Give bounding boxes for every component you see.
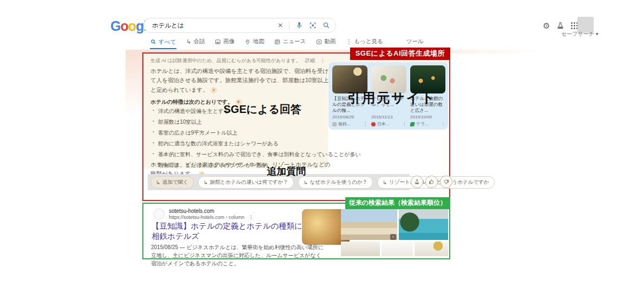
annotation-sge-answer-label: SGEによる回答: [224, 102, 301, 117]
card-source: 日本...: [377, 121, 390, 127]
tab-images[interactable]: 画像: [214, 38, 235, 49]
more-vertical-icon[interactable]: ⋮: [249, 215, 254, 220]
search-input[interactable]: ホテルとは: [152, 22, 278, 30]
image-pack-thumbnail[interactable]: [382, 242, 413, 256]
arrow-icon: ↳: [203, 179, 208, 185]
sge-disclaimer: 生成 AI は試験運用中のため、品質にむらがある可能性があります。詳細⋮: [150, 57, 325, 64]
search-tab-icon: [150, 39, 156, 45]
ask-more-chip[interactable]: ↳ 追加で聞く: [150, 176, 194, 189]
annotation-sge-area-label: SGEによるAI回答生成場所: [350, 48, 450, 60]
card-date: 2015/08/25: [332, 115, 367, 119]
tab-news[interactable]: ニュース: [274, 38, 306, 49]
sge-paragraph-1: ホテルとは、洋式の構造や設備を主とする宿泊施設で、宿泊料を受けて人を宿泊させる施…: [150, 66, 333, 95]
labs-flask-icon[interactable]: [556, 22, 564, 30]
mic-icon[interactable]: [295, 22, 303, 29]
image-pack-thumbnail[interactable]: [399, 209, 448, 240]
arrow-icon: ↳: [156, 179, 160, 185]
details-link[interactable]: 詳細: [305, 58, 315, 63]
card-source: テラ...: [416, 121, 429, 127]
result-url[interactable]: https://sotetsu-hotels.com › column⋮: [169, 215, 254, 220]
more-vertical-icon[interactable]: ⋮: [320, 58, 325, 63]
lens-icon[interactable]: [309, 22, 317, 29]
arrow-icon: ↳: [383, 179, 387, 185]
tab-converse[interactable]: ↳ 会話: [186, 38, 205, 49]
settings-gear-icon[interactable]: ⚙: [543, 22, 550, 30]
card-favicon: [332, 122, 337, 126]
card-source: 相鉄...: [338, 121, 351, 127]
list-item: 基本的に室料、サービス料のみで宿泊でき、食事は別料金となっていることが多い: [153, 151, 361, 158]
search-box[interactable]: ホテルとは ✕: [143, 18, 336, 33]
image-pack-thumbnail[interactable]: [341, 209, 397, 240]
image-pack-thumbnail[interactable]: [341, 242, 380, 256]
annotation-followup-label: 追加質問: [267, 165, 306, 178]
result-favicon: [154, 209, 165, 219]
image-icon: [215, 39, 221, 45]
annotation-serp-label: 従来の検索結果（検索結果順位）: [345, 197, 450, 209]
result-snippet: 2015/08/25 — ビジネスホテルとは、繁華街を始め利便性の高い場所に立地…: [151, 243, 324, 267]
google-serp-page: Google ホテルとは ✕: [0, 0, 644, 281]
more-vertical-icon[interactable]: ⋮: [363, 122, 367, 126]
more-vertical-icon[interactable]: ⋮: [402, 122, 406, 126]
card-favicon: [371, 122, 376, 126]
tab-videos[interactable]: 動画: [316, 38, 336, 49]
card-date: 2015/11/13: [371, 115, 406, 119]
clear-icon[interactable]: ✕: [278, 22, 283, 29]
arrow-icon: ↳: [186, 39, 191, 45]
play-icon: [316, 39, 322, 45]
card-favicon: [410, 122, 415, 126]
annotation-citation-label: 引用元サイト: [347, 89, 436, 106]
more-vertical-icon[interactable]: ⋮: [441, 122, 445, 126]
safesearch-dropdown[interactable]: セーフサーチ ▾: [561, 30, 599, 38]
divider: [289, 21, 290, 30]
labs-feedback-icon[interactable]: [411, 176, 423, 188]
more-vertical-icon: ⋮: [346, 39, 352, 45]
arrow-icon: ↳: [304, 179, 308, 185]
chevron-right-icon[interactable]: ›: [390, 234, 396, 240]
list-item: 客室の広さは9平方メートル以上: [153, 129, 361, 137]
result-site-name[interactable]: sotetsu-hotels.com: [169, 208, 214, 214]
tab-all[interactable]: すべて: [150, 38, 176, 50]
map-pin-icon: [245, 39, 251, 45]
followup-chip[interactable]: ↳ なぜホテルを使うのか？: [298, 176, 373, 189]
image-pack-thumbnail[interactable]: [415, 242, 448, 256]
list-item: 館内に適当な数の洋式浴室またはシャワーがある: [153, 140, 361, 148]
sge-section-gradient-left: [126, 53, 142, 116]
news-icon: [274, 39, 280, 45]
thumbs-up-icon[interactable]: [425, 176, 438, 188]
tab-maps[interactable]: 地図: [244, 38, 265, 49]
card-date: 2019/10/09: [410, 115, 445, 119]
thumbs-down-icon[interactable]: [440, 176, 452, 188]
serp-annotation-box: 従来の検索結果（検索結果順位） sotetsu-hotels.com https…: [142, 203, 450, 259]
sge-annotation-box: SGEによるAI回答生成場所 生成 AI は試験運用中のため、品質にむらがある可…: [142, 52, 450, 201]
search-icon[interactable]: [323, 22, 330, 29]
expand-chevron-icon[interactable]: ∨: [211, 87, 217, 93]
